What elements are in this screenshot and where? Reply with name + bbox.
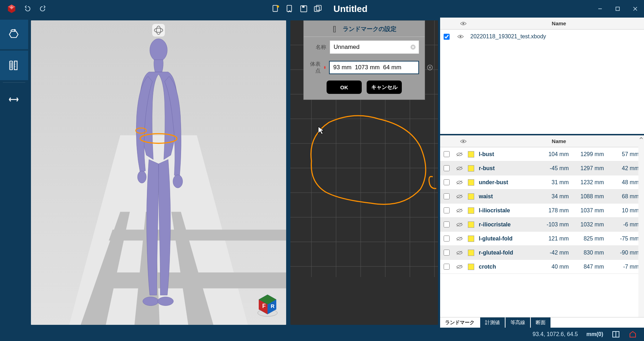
landmark-checkbox[interactable] (444, 179, 450, 185)
visibility-icon[interactable] (457, 34, 464, 39)
landmark-checkbox[interactable] (444, 236, 450, 242)
landmark-y: 830 mm (574, 250, 609, 256)
color-swatch[interactable] (468, 165, 474, 172)
svg-line-66 (457, 167, 462, 170)
landmarks-panel: Name l-bust 104 mm 1299 mm 57 mm r-bust … (440, 135, 644, 328)
view-tool[interactable] (0, 20, 28, 49)
scroll-up-icon[interactable] (639, 136, 643, 140)
svg-point-63 (460, 36, 462, 38)
view-gizmo[interactable]: F R (256, 292, 279, 318)
home-icon[interactable] (629, 330, 637, 339)
viewport-3d[interactable]: F R (31, 20, 286, 325)
landmark-name: r-iliocristale (476, 221, 539, 228)
color-swatch[interactable] (468, 221, 474, 228)
clear-icon[interactable] (410, 44, 416, 50)
landmark-row[interactable]: r-bust -45 mm 1297 mm 42 mm (440, 161, 644, 175)
minimize-button[interactable] (591, 0, 609, 18)
landmark-row[interactable]: under-bust 31 mm 1232 mm 48 mm (440, 175, 644, 189)
visibility-off-icon[interactable] (456, 208, 463, 213)
pan-tool[interactable] (0, 85, 28, 114)
cursor-icon (317, 126, 326, 135)
landmark-name: r-bust (476, 165, 539, 172)
cancel-button[interactable]: キャンセル (367, 81, 402, 94)
visibility-off-icon[interactable] (456, 222, 463, 227)
color-swatch[interactable] (468, 151, 474, 157)
landmark-checkbox[interactable] (444, 264, 450, 270)
visibility-off-icon[interactable] (456, 250, 463, 255)
tab-contour[interactable]: 等高線 (505, 317, 530, 328)
redo-button[interactable] (39, 5, 46, 13)
landmark-y: 1297 mm (574, 165, 609, 172)
color-swatch[interactable] (468, 193, 474, 200)
landmark-row[interactable]: crotch 40 mm 847 mm -7 mm (440, 260, 644, 274)
columns-icon[interactable] (612, 330, 620, 339)
landmark-row[interactable]: l-bust 104 mm 1299 mm 57 mm (440, 147, 644, 161)
svg-line-70 (457, 223, 462, 226)
landmark-name: l-bust (476, 151, 539, 157)
visibility-off-icon[interactable] (456, 180, 463, 185)
color-swatch[interactable] (468, 250, 474, 256)
landmark-row[interactable]: r-gluteal-fold -42 mm 830 mm -90 mm (440, 246, 644, 260)
maximize-button[interactable] (609, 0, 626, 18)
landmark-name: crotch (476, 264, 539, 270)
landmark-row[interactable]: r-iliocristale -103 mm 1032 mm -6 mm (440, 218, 644, 232)
landmark-y: 1032 mm (574, 221, 609, 228)
svg-point-64 (463, 140, 464, 142)
ruler-icon (332, 25, 340, 33)
tab-section[interactable]: 断面 (531, 317, 550, 328)
landmark-checkbox[interactable] (444, 165, 450, 171)
visibility-off-icon[interactable] (456, 152, 463, 157)
landmark-name: under-bust (476, 179, 539, 186)
svg-rect-6 (316, 5, 321, 10)
landmark-y: 1088 mm (574, 193, 609, 200)
file-row[interactable]: 20220118_193021_test.xbody (440, 30, 644, 44)
landmark-x: -42 mm (539, 250, 574, 256)
svg-point-1 (277, 5, 279, 8)
landmark-checkbox[interactable] (444, 151, 450, 157)
color-swatch[interactable] (468, 264, 474, 270)
name-input[interactable] (330, 40, 419, 54)
doc-open-icon[interactable] (285, 4, 294, 13)
landmark-checkbox[interactable] (444, 221, 450, 227)
landmark-row[interactable]: l-gluteal-fold 121 mm 825 mm -75 mm (440, 232, 644, 246)
measure-tool[interactable] (0, 51, 28, 80)
visibility-off-icon[interactable] (456, 236, 463, 241)
file-checkbox[interactable] (444, 34, 450, 40)
scrollbar[interactable] (638, 135, 644, 328)
visibility-off-icon[interactable] (456, 264, 463, 269)
doc-new-icon[interactable] (271, 4, 280, 13)
orbit-icon[interactable] (152, 24, 165, 37)
color-swatch[interactable] (468, 207, 474, 214)
visibility-header-icon (460, 139, 467, 144)
svg-line-72 (457, 251, 462, 255)
color-swatch[interactable] (468, 236, 474, 242)
viewport-2d[interactable]: ランドマークの設定 名称 体表点 OK キャンセル (290, 20, 438, 325)
point-input[interactable] (329, 61, 419, 74)
landmark-settings-dialog: ランドマークの設定 名称 体表点 OK キャンセル (303, 20, 425, 100)
visibility-off-icon[interactable] (456, 194, 463, 199)
save-as-icon[interactable] (313, 4, 322, 13)
visibility-off-icon[interactable] (456, 166, 463, 171)
landmark-checkbox[interactable] (444, 207, 450, 213)
color-swatch[interactable] (468, 179, 474, 186)
status-coords: 93.4, 1072.6, 64.5 (533, 331, 578, 337)
save-icon[interactable] (299, 4, 308, 13)
clear-point-icon[interactable] (427, 64, 433, 71)
svg-rect-2 (287, 5, 291, 11)
left-toolbar (0, 18, 28, 328)
ok-button[interactable]: OK (327, 81, 362, 94)
svg-line-68 (457, 195, 462, 198)
landmark-checkbox[interactable] (444, 250, 450, 256)
close-button[interactable] (626, 0, 644, 18)
svg-line-69 (457, 209, 462, 212)
landmark-row[interactable]: waist 34 mm 1088 mm 68 mm (440, 189, 644, 204)
record-dot-icon (324, 66, 326, 69)
undo-button[interactable] (24, 5, 32, 13)
tab-landmark[interactable]: ランドマーク (440, 317, 479, 328)
landmark-name: r-gluteal-fold (476, 250, 539, 256)
landmark-checkbox[interactable] (444, 193, 450, 199)
landmark-row[interactable]: l-iliocristale 178 mm 1037 mm 10 mm (440, 204, 644, 218)
tab-measure[interactable]: 計測値 (480, 317, 505, 328)
svg-point-26 (173, 175, 182, 188)
svg-point-25 (137, 171, 146, 183)
